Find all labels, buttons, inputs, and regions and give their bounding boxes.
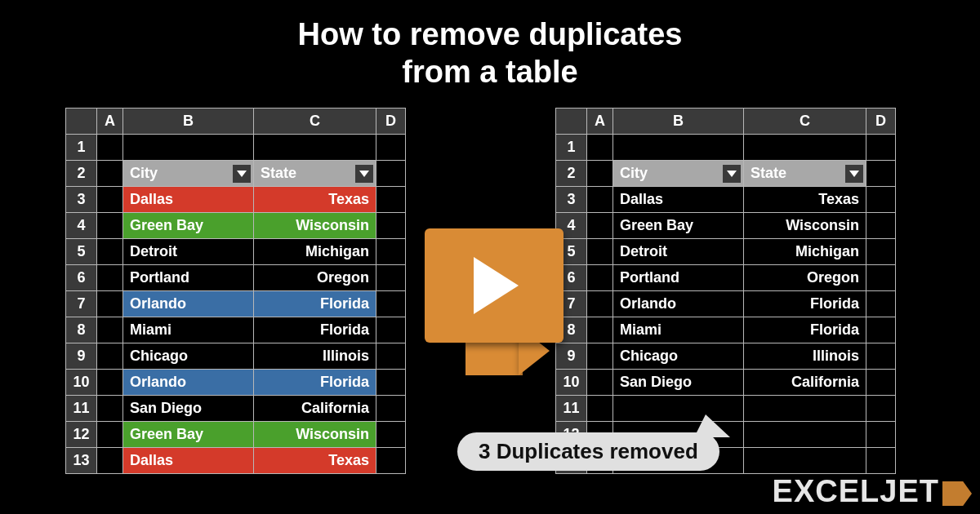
cell[interactable]: [376, 317, 406, 343]
cell-state[interactable]: Texas: [254, 448, 376, 474]
row-header[interactable]: 1: [66, 135, 97, 161]
cell[interactable]: [376, 370, 406, 396]
cell-state[interactable]: Oregon: [744, 265, 866, 291]
cell-city[interactable]: Orlando: [123, 370, 254, 396]
cell-city[interactable]: Orlando: [613, 291, 744, 317]
cell[interactable]: [97, 370, 123, 396]
cell[interactable]: [376, 135, 406, 161]
cell[interactable]: [587, 317, 613, 343]
cell[interactable]: [97, 396, 123, 422]
cell-city[interactable]: [123, 135, 254, 161]
cell[interactable]: [587, 135, 613, 161]
row-header[interactable]: 2: [556, 161, 587, 187]
table-header-state[interactable]: State: [254, 161, 376, 187]
filter-dropdown-icon[interactable]: [723, 165, 741, 183]
row-header[interactable]: 5: [66, 239, 97, 265]
play-button[interactable]: [425, 228, 564, 343]
cell[interactable]: [376, 213, 406, 239]
cell[interactable]: [587, 396, 613, 422]
cell-city[interactable]: Portland: [123, 265, 254, 291]
cell[interactable]: [376, 422, 406, 448]
cell[interactable]: [587, 213, 613, 239]
cell[interactable]: [97, 161, 123, 187]
row-header[interactable]: 2: [66, 161, 97, 187]
row-header[interactable]: 7: [66, 291, 97, 317]
cell-city[interactable]: Dallas: [613, 187, 744, 213]
cell[interactable]: [587, 370, 613, 396]
cell-city[interactable]: Miami: [613, 317, 744, 343]
col-header-D[interactable]: D: [866, 109, 896, 135]
row-header[interactable]: 11: [556, 396, 587, 422]
row-header[interactable]: 3: [66, 187, 97, 213]
cell-state[interactable]: California: [744, 370, 866, 396]
cell-city[interactable]: Miami: [123, 317, 254, 343]
row-header[interactable]: 12: [66, 422, 97, 448]
cell[interactable]: [587, 187, 613, 213]
cell-state[interactable]: California: [254, 396, 376, 422]
table-header-city[interactable]: City: [613, 161, 744, 187]
cell[interactable]: [587, 265, 613, 291]
row-header[interactable]: 6: [66, 265, 97, 291]
cell-city[interactable]: Green Bay: [613, 213, 744, 239]
cell-city[interactable]: Green Bay: [123, 213, 254, 239]
cell-state[interactable]: Wisconsin: [254, 213, 376, 239]
cell[interactable]: [866, 265, 896, 291]
cell[interactable]: [866, 343, 896, 370]
cell-city[interactable]: Portland: [613, 265, 744, 291]
cell[interactable]: [376, 161, 406, 187]
filter-dropdown-icon[interactable]: [355, 165, 373, 183]
cell-state[interactable]: [744, 396, 866, 422]
col-header-C[interactable]: C: [254, 109, 376, 135]
cell[interactable]: [587, 161, 613, 187]
cell-city[interactable]: Detroit: [123, 239, 254, 265]
cell-state[interactable]: [254, 135, 376, 161]
cell-state[interactable]: Michigan: [254, 239, 376, 265]
cell-state[interactable]: Florida: [254, 317, 376, 343]
cell[interactable]: [866, 396, 896, 422]
cell[interactable]: [866, 291, 896, 317]
cell-state[interactable]: Wisconsin: [254, 422, 376, 448]
cell-city[interactable]: San Diego: [123, 396, 254, 422]
cell-state[interactable]: Oregon: [254, 265, 376, 291]
cell[interactable]: [587, 239, 613, 265]
col-header-B[interactable]: B: [123, 109, 254, 135]
cell-state[interactable]: Wisconsin: [744, 213, 866, 239]
cell[interactable]: [587, 343, 613, 370]
cell-city[interactable]: San Diego: [613, 370, 744, 396]
row-header[interactable]: 3: [556, 187, 587, 213]
cell[interactable]: [866, 161, 896, 187]
col-header-A[interactable]: A: [587, 109, 613, 135]
cell[interactable]: [97, 291, 123, 317]
cell-state[interactable]: Illinois: [744, 343, 866, 370]
cell-state[interactable]: [744, 135, 866, 161]
cell[interactable]: [97, 448, 123, 474]
row-header[interactable]: 13: [66, 448, 97, 474]
col-header-B[interactable]: B: [613, 109, 744, 135]
col-header-D[interactable]: D: [376, 109, 406, 135]
row-header[interactable]: 11: [66, 396, 97, 422]
cell-state[interactable]: Michigan: [744, 239, 866, 265]
cell[interactable]: [97, 343, 123, 370]
cell[interactable]: [97, 135, 123, 161]
table-header-state[interactable]: State: [744, 161, 866, 187]
col-header-C[interactable]: C: [744, 109, 866, 135]
cell-state[interactable]: [744, 448, 866, 474]
select-all-corner[interactable]: [556, 109, 587, 135]
cell[interactable]: [97, 265, 123, 291]
row-header[interactable]: 9: [66, 343, 97, 370]
cell[interactable]: [97, 317, 123, 343]
cell-state[interactable]: Florida: [254, 291, 376, 317]
filter-dropdown-icon[interactable]: [845, 165, 863, 183]
cell-state[interactable]: Florida: [744, 317, 866, 343]
cell[interactable]: [866, 448, 896, 474]
cell[interactable]: [587, 291, 613, 317]
row-header[interactable]: 10: [66, 370, 97, 396]
cell[interactable]: [376, 291, 406, 317]
cell[interactable]: [866, 135, 896, 161]
cell[interactable]: [97, 239, 123, 265]
cell-city[interactable]: Dallas: [123, 187, 254, 213]
cell-state[interactable]: Florida: [744, 291, 866, 317]
cell[interactable]: [376, 448, 406, 474]
cell[interactable]: [866, 187, 896, 213]
cell[interactable]: [97, 213, 123, 239]
